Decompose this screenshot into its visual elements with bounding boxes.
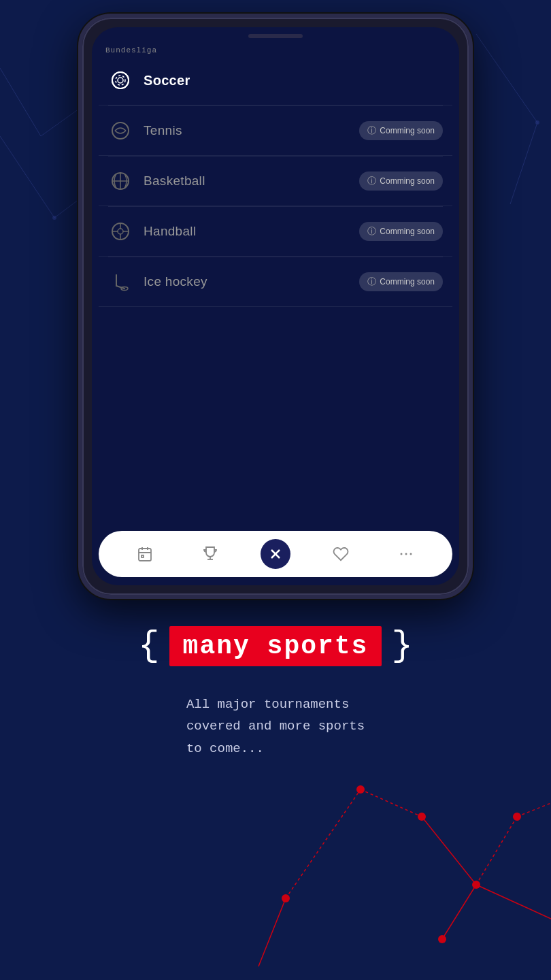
- basketball-coming-soon-badge: ⓘ Comming soon: [359, 172, 443, 191]
- sport-item-basketball[interactable]: Basketball ⓘ Comming soon: [99, 157, 452, 206]
- basketball-icon: [108, 169, 133, 193]
- nav-trophy[interactable]: [195, 539, 225, 569]
- handball-label: Handball: [144, 224, 359, 239]
- sport-item-soccer[interactable]: Soccer: [99, 61, 452, 105]
- app-bar: Bundesliga: [92, 42, 459, 61]
- svg-point-25: [112, 72, 129, 88]
- svg-point-49: [401, 553, 403, 555]
- headline-row: { many sports }: [138, 626, 412, 666]
- sport-item-handball[interactable]: Handball ⓘ Comming soon: [99, 207, 452, 257]
- basketball-label: Basketball: [144, 174, 359, 189]
- description-text: All major tournamentscovered and more sp…: [105, 693, 446, 760]
- handball-coming-soon-badge: ⓘ Comming soon: [359, 222, 443, 241]
- svg-point-8: [535, 120, 539, 125]
- ice-hockey-badge-text: Comming soon: [380, 277, 435, 287]
- sports-list: Soccer Tennis ⓘ: [92, 61, 459, 525]
- svg-point-4: [52, 216, 56, 220]
- svg-point-27: [112, 122, 129, 139]
- sport-item-tennis[interactable]: Tennis ⓘ Comming soon: [99, 106, 452, 156]
- sport-item-ice-hockey[interactable]: Ice hockey ⓘ Comming soon: [99, 257, 452, 307]
- brace-open: {: [138, 629, 159, 664]
- svg-point-51: [410, 553, 412, 555]
- notch: [248, 34, 303, 38]
- handball-icon: [108, 219, 133, 244]
- nav-calendar[interactable]: [130, 539, 160, 569]
- promo-section: { many sports } All major tournamentscov…: [0, 592, 551, 980]
- ice-hockey-label: Ice hockey: [144, 274, 359, 289]
- info-icon-2: ⓘ: [367, 175, 376, 187]
- nav-heart[interactable]: [326, 539, 356, 569]
- svg-rect-40: [139, 549, 151, 561]
- svg-line-2: [0, 68, 41, 136]
- svg-point-50: [405, 553, 407, 555]
- bottom-nav: [99, 531, 452, 577]
- soccer-label: Soccer: [144, 73, 443, 88]
- nav-close[interactable]: [261, 539, 290, 569]
- basketball-badge-text: Comming soon: [380, 176, 435, 186]
- svg-line-7: [510, 122, 537, 204]
- highlight-box: many sports: [169, 626, 382, 666]
- info-icon-4: ⓘ: [367, 276, 376, 288]
- ice-hockey-coming-soon-badge: ⓘ Comming soon: [359, 272, 443, 291]
- nav-more[interactable]: [391, 539, 421, 569]
- info-icon: ⓘ: [367, 125, 376, 137]
- phone-frame: Bundesliga Soccer: [78, 14, 473, 599]
- info-icon-3: ⓘ: [367, 225, 376, 238]
- highlight-text: many sports: [183, 632, 369, 661]
- tennis-label: Tennis: [144, 123, 359, 138]
- svg-point-26: [116, 76, 125, 85]
- ice-hockey-icon: [108, 270, 133, 294]
- status-bar: [92, 27, 459, 42]
- tennis-coming-soon-badge: ⓘ Comming soon: [359, 121, 443, 140]
- soccer-icon: [108, 68, 133, 93]
- tennis-badge-text: Comming soon: [380, 126, 435, 135]
- svg-rect-44: [141, 555, 144, 557]
- svg-line-6: [476, 34, 537, 122]
- handball-badge-text: Comming soon: [380, 227, 435, 236]
- svg-line-0: [0, 136, 54, 218]
- svg-point-32: [118, 229, 123, 234]
- svg-point-24: [118, 78, 123, 83]
- app-title: Bundesliga: [105, 46, 157, 54]
- tennis-icon: [108, 118, 133, 143]
- brace-close: }: [391, 629, 412, 664]
